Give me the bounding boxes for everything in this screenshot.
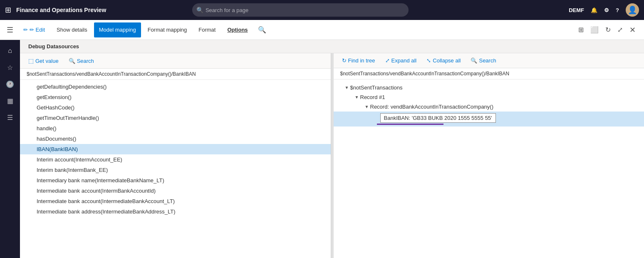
tree-item[interactable]: hasDocuments() — [20, 134, 331, 144]
left-path: $notSentTransactions/vendBankAccountInTr… — [20, 69, 331, 80]
top-bar: ⊞ Finance and Operations Preview 🔍 DEMF … — [0, 0, 644, 20]
collapse-arrow-record1: ▼ — [354, 95, 360, 99]
app-grid-icon[interactable]: ⊞ — [5, 5, 11, 15]
tree-item[interactable]: handle() — [20, 123, 331, 134]
collapse-arrow-root: ▼ — [344, 85, 350, 90]
left-tree[interactable]: getDefaultingDependencies() getExtension… — [20, 80, 331, 258]
secondary-nav: ☰ ✏ ✏ Edit Show details Model mapping Fo… — [0, 20, 644, 40]
pin-icon[interactable]: ⊞ — [577, 24, 585, 35]
collapse-all-button[interactable]: ⤡ Collapse all — [425, 57, 462, 64]
popout-icon[interactable]: ⤢ — [616, 24, 624, 35]
tree-item[interactable]: Intermediate bank account(IntermBankAcco… — [20, 186, 331, 196]
find-in-tree-icon: ↻ — [342, 57, 347, 64]
rtree-record1[interactable]: ▼ Record #1 — [334, 92, 644, 102]
record1-label: Record #1 — [360, 94, 644, 100]
expand-all-icon: ⤢ — [385, 57, 390, 64]
sidebar-list-icon[interactable]: ☰ — [2, 110, 17, 125]
format-mapping-tab[interactable]: Format mapping — [143, 22, 192, 37]
pencil-icon: ✏ — [23, 27, 28, 33]
show-details-label: Show details — [57, 27, 87, 33]
left-toolbar: ⬚ Get value 🔍 Search — [20, 53, 331, 69]
sidebar-home-icon[interactable]: ⌂ — [2, 43, 17, 58]
search-input[interactable] — [192, 3, 409, 17]
rtree-root[interactable]: ▼ $notSentTransactions — [334, 83, 644, 92]
panel-area: ⬚ Get value 🔍 Search $notSentTransaction… — [20, 53, 644, 258]
sidebar: ⌂ ☆ 🕐 ▦ ☰ — [0, 40, 20, 258]
close-icon[interactable]: ✕ — [628, 24, 637, 36]
tree-item[interactable]: Intermediary bank name(IntermediateBankN… — [20, 175, 331, 186]
right-search-icon: 🔍 — [471, 57, 477, 64]
expand-all-button[interactable]: ⤢ Expand all — [384, 57, 419, 64]
top-bar-right: DEMF 🔔 ⚙ ? 👤 — [569, 3, 639, 17]
rtree-vend-record[interactable]: ▼ Record: vendBankAccountInTransactionCo… — [334, 102, 644, 112]
tree-item-iban[interactable]: IBAN(BankIBAN) — [20, 144, 331, 154]
help-icon[interactable]: ? — [616, 7, 619, 13]
root-label: $notSentTransactions — [350, 84, 644, 91]
expand-icon[interactable]: ⬜ — [589, 24, 600, 35]
debug-header: Debug Datasources — [20, 40, 644, 53]
get-value-icon: ⬚ — [28, 57, 34, 64]
options-label: Options — [227, 27, 248, 33]
search-toggle-icon[interactable]: 🔍 — [258, 26, 266, 34]
tree-item[interactable]: getTimeOutTimerHandle() — [20, 113, 331, 123]
collapse-arrow-vend: ▼ — [364, 104, 370, 109]
main-content: Debug Datasources ⬚ Get value 🔍 Search $ — [20, 40, 644, 258]
tree-item[interactable]: Intermediate bank account(IntermediateBa… — [20, 196, 331, 206]
bell-icon[interactable]: 🔔 — [591, 7, 597, 13]
left-panel: ⬚ Get value 🔍 Search $notSentTransaction… — [20, 53, 331, 258]
right-tree[interactable]: ▼ $notSentTransactions ▼ Record #1 ▼ Rec… — [334, 79, 644, 258]
right-panel: ↻ Find in tree ⤢ Expand all ⤡ Collapse a… — [334, 53, 644, 258]
show-details-button[interactable]: Show details — [52, 22, 92, 37]
sidebar-star-icon[interactable]: ☆ — [2, 60, 17, 75]
iban-underline — [377, 124, 443, 125]
tree-item[interactable]: GetHashCode() — [20, 102, 331, 113]
sidebar-clock-icon[interactable]: 🕐 — [2, 77, 17, 92]
hamburger-icon[interactable]: ☰ — [7, 25, 13, 35]
search-icon: 🔍 — [196, 7, 203, 13]
sidebar-grid-icon[interactable]: ▦ — [2, 93, 17, 108]
collapse-all-icon: ⤡ — [426, 57, 431, 64]
right-toolbar: ↻ Find in tree ⤢ Expand all ⤡ Collapse a… — [334, 53, 644, 68]
left-search-button[interactable]: 🔍 Search — [67, 57, 96, 65]
vend-record-label: Record: vendBankAccountInTransactionComp… — [370, 104, 644, 110]
tree-item[interactable]: getDefaultingDependencies() — [20, 82, 331, 92]
left-search-icon: 🔍 — [69, 58, 75, 64]
model-mapping-tab[interactable]: Model mapping — [94, 22, 141, 37]
gear-icon[interactable]: ⚙ — [604, 7, 609, 13]
nav-right-icons: ⊞ ⬜ ↻ ⤢ ✕ — [577, 24, 637, 36]
iban-value: BankIBAN: 'GB33 BUKB 2020 1555 5555 55' — [380, 113, 496, 123]
tree-item[interactable]: Interim account(IntermAccount_EE) — [20, 154, 331, 165]
format-tab[interactable]: Format — [193, 22, 220, 37]
get-value-button[interactable]: ⬚ Get value — [27, 57, 60, 65]
global-search: 🔍 — [192, 3, 409, 17]
edit-button[interactable]: ✏ ✏ Edit — [18, 22, 50, 37]
tree-item[interactable]: Intermediate bank address(IntermediateBa… — [20, 206, 331, 217]
options-tab[interactable]: Options — [222, 22, 253, 37]
tree-item[interactable]: getExtension() — [20, 92, 331, 102]
app-title: Finance and Operations Preview — [16, 7, 106, 13]
page-layout: ⌂ ☆ 🕐 ▦ ☰ Debug Datasources ⬚ Get value … — [0, 40, 644, 258]
format-label: Format — [198, 27, 215, 33]
model-mapping-label: Model mapping — [99, 27, 136, 33]
right-path: $notSentTransactions/vendBankAccountInTr… — [334, 68, 644, 79]
format-mapping-label: Format mapping — [148, 27, 187, 33]
tree-item[interactable]: Interim bank(IntermBank_EE) — [20, 165, 331, 175]
right-search-button[interactable]: 🔍 Search — [469, 57, 498, 64]
refresh-icon[interactable]: ↻ — [604, 24, 612, 35]
find-in-tree-button[interactable]: ↻ Find in tree — [340, 57, 377, 64]
user-label: DEMF — [569, 7, 584, 13]
avatar[interactable]: 👤 — [626, 3, 639, 17]
rtree-iban-node[interactable]: BankIBAN: 'GB33 BUKB 2020 1555 5555 55' — [334, 112, 644, 127]
